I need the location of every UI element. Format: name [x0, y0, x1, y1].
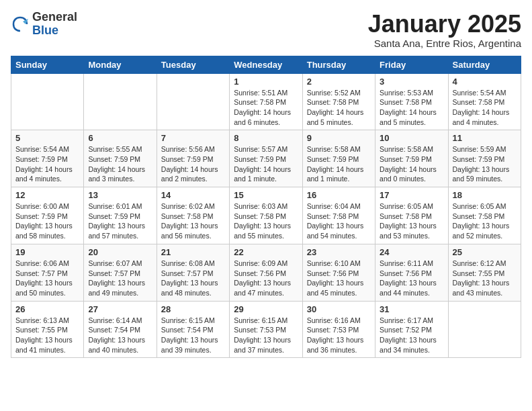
day-info: Sunrise: 6:08 AMSunset: 7:57 PMDaylight:… [161, 259, 225, 298]
day-info: Sunrise: 5:59 AMSunset: 7:59 PMDaylight:… [453, 144, 517, 184]
week-row-5: 26Sunrise: 6:13 AMSunset: 7:55 PMDayligh… [11, 301, 521, 358]
logo-icon [11, 15, 30, 34]
col-header-saturday: Saturday [448, 56, 521, 73]
calendar-cell: 27Sunrise: 6:14 AMSunset: 7:54 PMDayligh… [84, 301, 157, 358]
calendar-cell [157, 73, 229, 130]
calendar-cell: 21Sunrise: 6:08 AMSunset: 7:57 PMDayligh… [157, 244, 229, 301]
day-info: Sunrise: 6:10 AMSunset: 7:56 PMDaylight:… [307, 259, 371, 298]
calendar-cell [84, 73, 157, 130]
day-info: Sunrise: 5:55 AMSunset: 7:59 PMDaylight:… [88, 144, 152, 184]
day-number: 30 [307, 304, 371, 314]
calendar-cell: 24Sunrise: 6:11 AMSunset: 7:56 PMDayligh… [375, 244, 448, 301]
day-info: Sunrise: 6:05 AMSunset: 7:58 PMDaylight:… [380, 201, 443, 241]
day-info: Sunrise: 5:57 AMSunset: 7:59 PMDaylight:… [234, 144, 298, 184]
day-info: Sunrise: 6:06 AMSunset: 7:57 PMDaylight:… [15, 259, 79, 298]
day-info: Sunrise: 6:15 AMSunset: 7:53 PMDaylight:… [234, 316, 298, 355]
day-number: 27 [88, 304, 152, 314]
day-number: 29 [234, 304, 298, 314]
calendar-cell [11, 73, 84, 130]
day-info: Sunrise: 6:01 AMSunset: 7:59 PMDaylight:… [88, 201, 152, 241]
day-number: 9 [307, 133, 371, 143]
day-info: Sunrise: 6:07 AMSunset: 7:57 PMDaylight:… [88, 259, 152, 298]
day-info: Sunrise: 6:14 AMSunset: 7:54 PMDaylight:… [88, 316, 152, 355]
calendar-cell: 23Sunrise: 6:10 AMSunset: 7:56 PMDayligh… [302, 244, 375, 301]
day-info: Sunrise: 5:54 AMSunset: 7:59 PMDaylight:… [15, 144, 79, 184]
day-info: Sunrise: 6:03 AMSunset: 7:58 PMDaylight:… [234, 201, 298, 241]
header: General Blue January 2025 Santa Ana, Ent… [11, 11, 521, 49]
day-number: 17 [380, 190, 443, 200]
day-number: 14 [161, 190, 225, 200]
day-info: Sunrise: 6:16 AMSunset: 7:53 PMDaylight:… [307, 316, 371, 355]
calendar-cell: 25Sunrise: 6:12 AMSunset: 7:55 PMDayligh… [448, 244, 521, 301]
day-info: Sunrise: 6:13 AMSunset: 7:55 PMDaylight:… [15, 316, 79, 355]
week-row-1: 1Sunrise: 5:51 AMSunset: 7:58 PMDaylight… [11, 73, 521, 130]
day-number: 11 [453, 133, 517, 143]
logo-blue: Blue [32, 24, 58, 37]
col-header-friday: Friday [375, 56, 448, 73]
calendar-cell: 20Sunrise: 6:07 AMSunset: 7:57 PMDayligh… [84, 244, 157, 301]
calendar-cell: 1Sunrise: 5:51 AMSunset: 7:58 PMDaylight… [230, 73, 302, 130]
day-info: Sunrise: 5:52 AMSunset: 7:58 PMDaylight:… [307, 88, 371, 128]
calendar-title: January 2025 [368, 11, 521, 38]
calendar-cell: 28Sunrise: 6:15 AMSunset: 7:54 PMDayligh… [157, 301, 229, 358]
day-info: Sunrise: 6:04 AMSunset: 7:58 PMDaylight:… [307, 201, 371, 241]
day-info: Sunrise: 6:12 AMSunset: 7:55 PMDaylight:… [453, 259, 517, 298]
calendar-cell: 11Sunrise: 5:59 AMSunset: 7:59 PMDayligh… [448, 130, 521, 187]
calendar-cell: 17Sunrise: 6:05 AMSunset: 7:58 PMDayligh… [375, 187, 448, 244]
calendar-cell: 19Sunrise: 6:06 AMSunset: 7:57 PMDayligh… [11, 244, 84, 301]
day-info: Sunrise: 5:51 AMSunset: 7:58 PMDaylight:… [234, 88, 298, 128]
calendar-cell: 4Sunrise: 5:54 AMSunset: 7:58 PMDaylight… [448, 73, 521, 130]
calendar-cell: 14Sunrise: 6:02 AMSunset: 7:58 PMDayligh… [157, 187, 229, 244]
day-number: 31 [380, 304, 443, 314]
day-info: Sunrise: 6:09 AMSunset: 7:56 PMDaylight:… [234, 259, 298, 298]
logo: General Blue [11, 11, 77, 38]
day-number: 19 [15, 247, 79, 257]
week-row-3: 12Sunrise: 6:00 AMSunset: 7:59 PMDayligh… [11, 187, 521, 244]
calendar-cell: 5Sunrise: 5:54 AMSunset: 7:59 PMDaylight… [11, 130, 84, 187]
day-number: 23 [307, 247, 371, 257]
col-header-sunday: Sunday [11, 56, 84, 73]
day-number: 22 [234, 247, 298, 257]
day-number: 1 [234, 77, 298, 87]
logo-text: General Blue [32, 11, 77, 38]
day-number: 28 [161, 304, 225, 314]
calendar-cell: 26Sunrise: 6:13 AMSunset: 7:55 PMDayligh… [11, 301, 84, 358]
day-number: 8 [234, 133, 298, 143]
col-header-tuesday: Tuesday [157, 56, 229, 73]
day-number: 4 [453, 77, 517, 87]
day-info: Sunrise: 5:54 AMSunset: 7:58 PMDaylight:… [453, 88, 517, 128]
calendar-cell: 12Sunrise: 6:00 AMSunset: 7:59 PMDayligh… [11, 187, 84, 244]
day-number: 18 [453, 190, 517, 200]
calendar-cell: 16Sunrise: 6:04 AMSunset: 7:58 PMDayligh… [302, 187, 375, 244]
calendar-cell: 31Sunrise: 6:17 AMSunset: 7:52 PMDayligh… [375, 301, 448, 358]
calendar-cell: 6Sunrise: 5:55 AMSunset: 7:59 PMDaylight… [84, 130, 157, 187]
calendar-cell: 13Sunrise: 6:01 AMSunset: 7:59 PMDayligh… [84, 187, 157, 244]
day-number: 15 [234, 190, 298, 200]
day-info: Sunrise: 6:11 AMSunset: 7:56 PMDaylight:… [380, 259, 443, 298]
calendar-subtitle: Santa Ana, Entre Rios, Argentina [368, 38, 521, 49]
calendar-cell: 22Sunrise: 6:09 AMSunset: 7:56 PMDayligh… [230, 244, 302, 301]
calendar-cell: 7Sunrise: 5:56 AMSunset: 7:59 PMDaylight… [157, 130, 229, 187]
col-header-monday: Monday [84, 56, 157, 73]
day-number: 6 [88, 133, 152, 143]
day-number: 3 [380, 77, 443, 87]
day-number: 2 [307, 77, 371, 87]
calendar-cell: 18Sunrise: 6:05 AMSunset: 7:58 PMDayligh… [448, 187, 521, 244]
day-info: Sunrise: 6:05 AMSunset: 7:58 PMDaylight:… [453, 201, 517, 241]
day-number: 21 [161, 247, 225, 257]
day-info: Sunrise: 6:00 AMSunset: 7:59 PMDaylight:… [15, 201, 79, 241]
day-number: 20 [88, 247, 152, 257]
col-header-wednesday: Wednesday [230, 56, 302, 73]
calendar-cell: 15Sunrise: 6:03 AMSunset: 7:58 PMDayligh… [230, 187, 302, 244]
days-header-row: SundayMondayTuesdayWednesdayThursdayFrid… [11, 56, 521, 73]
day-info: Sunrise: 5:53 AMSunset: 7:58 PMDaylight:… [380, 88, 443, 128]
day-info: Sunrise: 5:56 AMSunset: 7:59 PMDaylight:… [161, 144, 225, 184]
calendar-cell: 29Sunrise: 6:15 AMSunset: 7:53 PMDayligh… [230, 301, 302, 358]
day-info: Sunrise: 6:17 AMSunset: 7:52 PMDaylight:… [380, 316, 443, 355]
calendar-cell [448, 301, 521, 358]
day-number: 5 [15, 133, 79, 143]
calendar-cell: 8Sunrise: 5:57 AMSunset: 7:59 PMDaylight… [230, 130, 302, 187]
day-number: 24 [380, 247, 443, 257]
day-number: 13 [88, 190, 152, 200]
calendar-cell: 30Sunrise: 6:16 AMSunset: 7:53 PMDayligh… [302, 301, 375, 358]
